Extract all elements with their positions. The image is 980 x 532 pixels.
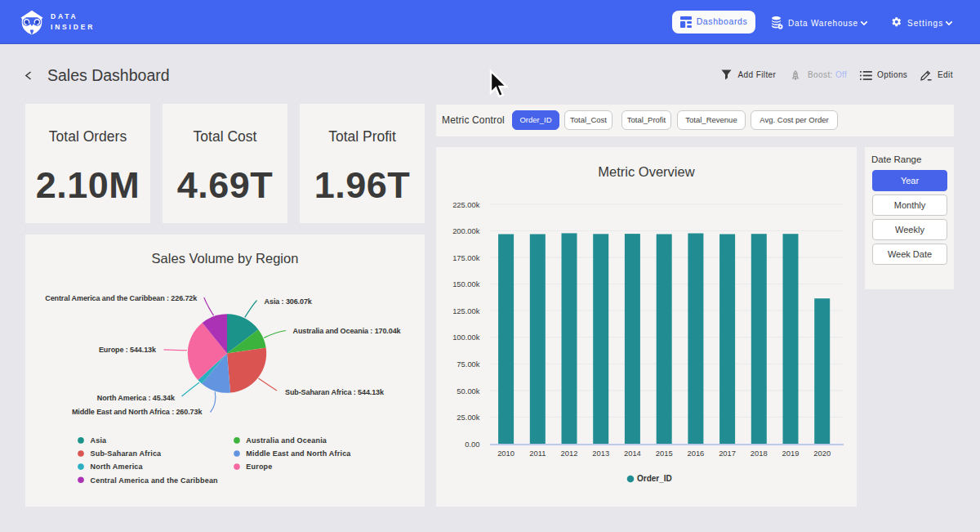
svg-text:2016: 2016 bbox=[687, 449, 704, 458]
svg-text:200.00k: 200.00k bbox=[452, 226, 480, 235]
svg-text:25.00k: 25.00k bbox=[457, 413, 479, 422]
svg-text:Australia and Oceania : 170.04: Australia and Oceania : 170.04k bbox=[293, 327, 402, 335]
svg-text:Australia and Oceania: Australia and Oceania bbox=[246, 436, 327, 445]
svg-text:Middle East and North Africa :: Middle East and North Africa : 260.73k bbox=[72, 408, 203, 416]
svg-text:2014: 2014 bbox=[624, 449, 641, 458]
svg-text:50.00k: 50.00k bbox=[457, 387, 479, 396]
svg-text:0.00: 0.00 bbox=[465, 440, 479, 449]
svg-text:Central America and the Caribb: Central America and the Caribbean bbox=[91, 476, 218, 485]
svg-text:Asia: Asia bbox=[91, 436, 108, 445]
svg-text:Sub-Saharan Africa: Sub-Saharan Africa bbox=[91, 449, 163, 458]
svg-text:2019: 2019 bbox=[782, 449, 800, 458]
svg-text:125.00k: 125.00k bbox=[452, 306, 480, 315]
svg-text:2020: 2020 bbox=[813, 449, 831, 458]
svg-text:Europe: Europe bbox=[246, 463, 272, 471]
svg-text:175.00k: 175.00k bbox=[452, 253, 480, 262]
svg-text:2011: 2011 bbox=[529, 449, 546, 458]
svg-text:2018: 2018 bbox=[751, 449, 768, 458]
svg-text:Sub-Saharan Africa : 544.13k: Sub-Saharan Africa : 544.13k bbox=[285, 388, 385, 396]
svg-text:150.00k: 150.00k bbox=[452, 279, 480, 288]
svg-text:2017: 2017 bbox=[719, 449, 736, 458]
svg-text:North America : 45.34k: North America : 45.34k bbox=[97, 394, 176, 402]
svg-text:2015: 2015 bbox=[656, 449, 673, 458]
svg-text:Asia : 306.07k: Asia : 306.07k bbox=[265, 297, 313, 306]
svg-text:North America: North America bbox=[91, 463, 144, 471]
svg-text:Middle East and North Africa: Middle East and North Africa bbox=[246, 449, 351, 458]
svg-text:Order_ID: Order_ID bbox=[637, 474, 672, 483]
svg-text:Europe : 544.13k: Europe : 544.13k bbox=[99, 346, 157, 354]
svg-text:225.00k: 225.00k bbox=[452, 200, 480, 209]
svg-text:2012: 2012 bbox=[561, 449, 578, 458]
svg-text:75.00k: 75.00k bbox=[457, 360, 479, 369]
svg-text:2010: 2010 bbox=[497, 449, 514, 458]
svg-text:100.00k: 100.00k bbox=[452, 333, 480, 342]
svg-text:2013: 2013 bbox=[592, 449, 609, 458]
svg-text:Central America and the Caribb: Central America and the Caribbean : 226.… bbox=[45, 294, 198, 302]
